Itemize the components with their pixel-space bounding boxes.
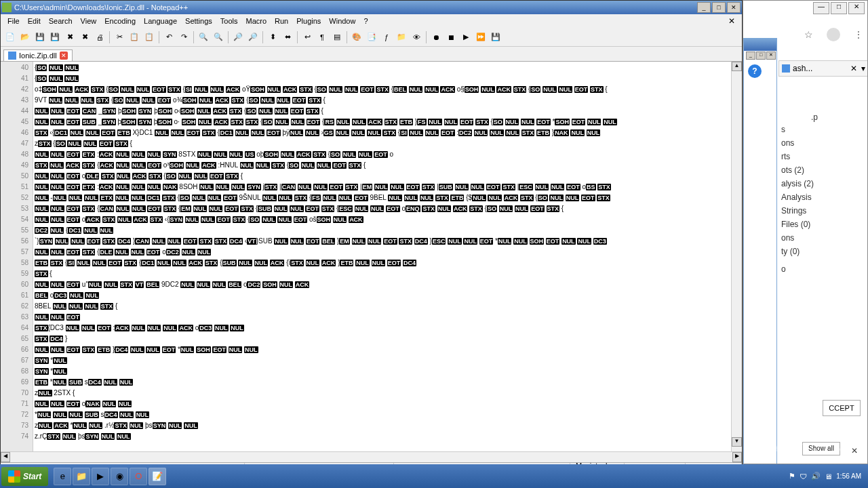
sync-h-icon[interactable]: ⬌ bbox=[281, 30, 294, 44]
sub-close-button[interactable]: ✕ bbox=[766, 52, 776, 60]
sidebar-item[interactable]: alysis (2) bbox=[778, 177, 868, 190]
func-list-icon[interactable]: ƒ bbox=[380, 30, 393, 44]
help-icon[interactable]: ? bbox=[748, 64, 762, 78]
accept-button[interactable]: CCEPT bbox=[823, 400, 861, 416]
taskbar-opera-icon[interactable]: O bbox=[130, 468, 147, 485]
replace-icon[interactable]: 🔍 bbox=[212, 30, 225, 44]
monitor-icon[interactable]: 👁 bbox=[410, 30, 423, 44]
tray-clock[interactable]: 1:56 AM bbox=[836, 472, 861, 480]
scroll-right-button[interactable]: ▶ bbox=[732, 452, 742, 462]
menu-edit[interactable]: Edit bbox=[24, 16, 45, 26]
taskbar-media-icon[interactable]: ▶ bbox=[92, 468, 109, 485]
play-icon[interactable]: ▶ bbox=[459, 30, 473, 44]
open-file-icon[interactable]: 📂 bbox=[18, 30, 32, 44]
save-macro-icon[interactable]: 💾 bbox=[489, 30, 502, 44]
start-button[interactable]: Start bbox=[1, 467, 48, 486]
minimize-button[interactable]: _ bbox=[697, 2, 711, 13]
sidebar-item[interactable]: ons bbox=[778, 136, 868, 150]
tray-network-icon[interactable]: 🖥 bbox=[825, 472, 832, 481]
mdi-close-button[interactable]: ✕ bbox=[724, 15, 739, 27]
folder-icon[interactable]: 📁 bbox=[395, 30, 408, 44]
taskbar-chrome-icon[interactable]: ◉ bbox=[111, 468, 128, 485]
zoom-out-icon[interactable]: 🔎 bbox=[246, 30, 260, 44]
window-title: C:\Users\admin\Downloads\Ionic.Zip.dll -… bbox=[14, 3, 697, 12]
zoom-in-icon[interactable]: 🔎 bbox=[231, 30, 245, 44]
maximize-button[interactable]: □ bbox=[712, 2, 726, 13]
rp-maximize-button[interactable]: □ bbox=[831, 2, 847, 14]
redo-icon[interactable]: ↷ bbox=[177, 30, 191, 44]
menu-window[interactable]: Window bbox=[325, 16, 359, 26]
vertical-scrollbar[interactable]: ▲ ▼ bbox=[731, 62, 742, 451]
menu-help[interactable]: ? bbox=[359, 16, 372, 26]
scroll-down-button[interactable]: ▼ bbox=[732, 437, 742, 447]
sub-minimize-button[interactable]: _ bbox=[746, 52, 755, 60]
rp-close-button[interactable]: ✕ bbox=[848, 2, 865, 14]
udl-icon[interactable]: 🎨 bbox=[350, 30, 363, 44]
taskbar-ie-icon[interactable]: e bbox=[54, 468, 71, 485]
new-file-icon[interactable]: 📄 bbox=[3, 30, 17, 44]
rp-minimize-button[interactable]: — bbox=[813, 2, 829, 14]
code-content[interactable]: {SO NUL NUL{SO NUL NULo‡SOH NUL ACK STX … bbox=[33, 62, 731, 451]
menu-run[interactable]: Run bbox=[271, 16, 292, 26]
browser-tab-close-icon[interactable]: ✕ bbox=[850, 64, 857, 73]
more-icon[interactable]: ⋮ bbox=[854, 29, 863, 40]
scroll-up-button[interactable]: ▲ bbox=[732, 62, 742, 71]
taskbar-notepadpp-icon[interactable]: 📝 bbox=[149, 468, 166, 485]
tray-flag-icon[interactable]: ⚑ bbox=[789, 472, 795, 481]
titlebar[interactable]: C:\Users\admin\Downloads\Ionic.Zip.dll -… bbox=[1, 1, 742, 14]
menu-encoding[interactable]: Encoding bbox=[100, 16, 140, 26]
scroll-left-button[interactable]: ◀ bbox=[1, 452, 10, 462]
star-icon[interactable]: ☆ bbox=[804, 29, 813, 40]
sub-maximize-button[interactable]: □ bbox=[756, 52, 766, 60]
menu-view[interactable]: View bbox=[77, 16, 101, 26]
undo-icon[interactable]: ↶ bbox=[162, 30, 176, 44]
show-all-button[interactable]: Show all bbox=[802, 442, 840, 455]
tab-ionic-zip-dll[interactable]: Ionic.Zip.dll ✕ bbox=[3, 49, 73, 61]
sidebar-item[interactable]: ons bbox=[778, 231, 868, 245]
menu-settings[interactable]: Settings bbox=[181, 16, 216, 26]
copy-icon[interactable]: 📋 bbox=[127, 30, 141, 44]
tray-shield-icon[interactable]: 🛡 bbox=[800, 472, 807, 481]
save-all-icon[interactable]: 💾 bbox=[48, 30, 62, 44]
sync-v-icon[interactable]: ⬍ bbox=[266, 30, 279, 44]
horizontal-scrollbar[interactable]: ◀ ▶ bbox=[1, 451, 742, 462]
cut-icon[interactable]: ✂ bbox=[113, 30, 126, 44]
menu-file[interactable]: File bbox=[3, 16, 24, 26]
stop-icon[interactable]: ⏹ bbox=[444, 30, 458, 44]
sidebar-item[interactable]: ots (2) bbox=[778, 163, 868, 177]
menu-macro[interactable]: Macro bbox=[241, 16, 271, 26]
close-all-icon[interactable]: ✖ bbox=[78, 30, 92, 44]
close-file-icon[interactable]: ✖ bbox=[63, 30, 77, 44]
tray-volume-icon[interactable]: 🔊 bbox=[811, 472, 821, 481]
tab-close-icon[interactable]: ✕ bbox=[60, 52, 68, 60]
close-button[interactable]: ✕ bbox=[727, 2, 741, 13]
sidebar-item[interactable]: Analysis bbox=[778, 190, 868, 204]
show-all-chars-icon[interactable]: ¶ bbox=[315, 30, 329, 44]
sidebar-item[interactable]: rts bbox=[778, 150, 868, 163]
show-all-close-icon[interactable]: ✕ bbox=[851, 446, 858, 455]
indent-guide-icon[interactable]: ▤ bbox=[330, 30, 344, 44]
browser-tab[interactable]: ash... ✕ ▾ bbox=[778, 60, 868, 77]
sidebar-item[interactable]: ty (0) bbox=[778, 245, 868, 258]
menu-tools[interactable]: Tools bbox=[216, 16, 242, 26]
avatar-icon[interactable] bbox=[827, 28, 840, 41]
sub-titlebar[interactable] bbox=[744, 39, 776, 51]
wrap-icon[interactable]: ↩ bbox=[300, 30, 314, 44]
chevron-down-icon[interactable]: ▾ bbox=[861, 64, 865, 73]
taskbar-explorer-icon[interactable]: 📁 bbox=[73, 468, 90, 485]
sidebar-item[interactable]: s bbox=[778, 123, 868, 136]
menu-language[interactable]: Language bbox=[140, 16, 181, 26]
code-line: 9VT NUL NUL NUL STX {SO NUL NUL EOT o¾SO… bbox=[35, 95, 730, 106]
record-icon[interactable]: ⏺ bbox=[429, 30, 443, 44]
doc-map-icon[interactable]: 📑 bbox=[365, 30, 378, 44]
sidebar-item[interactable]: Files (0) bbox=[778, 218, 868, 231]
save-icon[interactable]: 💾 bbox=[33, 30, 47, 44]
menu-search[interactable]: Search bbox=[45, 16, 77, 26]
menu-plugins[interactable]: Plugins bbox=[292, 16, 325, 26]
find-icon[interactable]: 🔍 bbox=[197, 30, 210, 44]
sidebar-item[interactable]: o bbox=[778, 262, 868, 276]
print-icon[interactable]: 🖨 bbox=[93, 30, 106, 44]
sidebar-item[interactable]: Strings bbox=[778, 204, 868, 218]
paste-icon[interactable]: 📋 bbox=[142, 30, 156, 44]
play-multi-icon[interactable]: ⏩ bbox=[474, 30, 488, 44]
